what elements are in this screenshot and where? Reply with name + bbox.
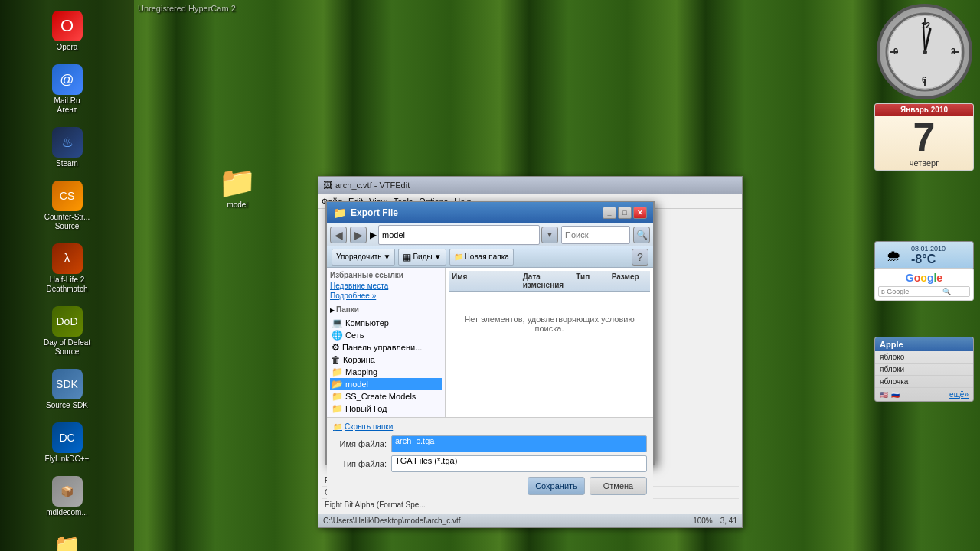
folder-label-model: model <box>345 380 368 389</box>
organize-button[interactable]: Упорядочить ▼ <box>332 249 395 266</box>
recent-places-link[interactable]: Недавние места <box>330 281 442 291</box>
apple-word-1: яблоко <box>875 351 973 364</box>
view-button[interactable]: ▦ Виды ▼ <box>398 249 446 266</box>
weather-date: 08.01.2010 <box>911 245 946 253</box>
filetype-dropdown[interactable]: TGA Files (*.tga) <box>391 455 647 472</box>
col-size: Размер <box>612 272 647 289</box>
organize-arrow: ▼ <box>384 253 391 261</box>
maximize-button[interactable]: □ <box>618 207 632 219</box>
weather-temp: -8°C <box>911 253 946 266</box>
right-content: Имя Дата изменения Тип Размер Нет элемен… <box>446 268 653 417</box>
model-icon: 📂 <box>332 379 343 390</box>
mapping-icon: 📁 <box>332 367 343 377</box>
close-button[interactable]: ✕ <box>633 207 647 219</box>
svg-point-12 <box>923 50 927 54</box>
back-button[interactable]: ◀ <box>330 227 347 243</box>
sidebar-item-dod[interactable]: DoD Day of DefeatSource <box>37 303 98 360</box>
desktop: Unregistered HyperCam 2 O Opera @ Mail.R… <box>0 0 980 551</box>
nav-toolbar: ◀ ▶ ▶ model ▼ 🔍 <box>327 223 653 246</box>
folder-item-computer[interactable]: 💻 Компьютер <box>330 317 442 329</box>
folder-item-trash[interactable]: 🗑 Корзина <box>330 354 442 366</box>
forward-button[interactable]: ▶ <box>350 227 367 243</box>
filetype-label: Тип файла: <box>333 459 387 468</box>
folder-item-controlpanel[interactable]: ⚙ Панель управлени... <box>330 341 442 354</box>
calendar-month-year: Январь 2010 <box>875 104 973 116</box>
sidebar-item-mdl[interactable]: 📦 mdldecom... <box>37 473 98 520</box>
minimize-button[interactable]: _ <box>603 207 616 219</box>
opera-label: Opera <box>57 43 78 52</box>
status-path: C:\Users\Halik\Desktop\model\arch_c.vtf <box>323 517 461 525</box>
mapping-folder-icon: 📁 <box>52 530 83 551</box>
search-input[interactable] <box>561 226 630 244</box>
favorites-title: Избранные ссылки <box>330 271 442 279</box>
sidebar-item-mail[interactable]: @ Mail.RuАгент <box>37 61 98 118</box>
export-title: Export File <box>351 207 398 218</box>
mdl-icon: 📦 <box>52 476 83 507</box>
folders-title-row: ▶ Папки <box>330 305 442 315</box>
path-dropdown-btn[interactable]: ▼ <box>541 227 558 243</box>
folder-label-newyear: Новый Год <box>345 404 387 413</box>
cancel-button[interactable]: Отмена <box>590 477 647 495</box>
status-value: 3, 41 <box>720 517 737 525</box>
hide-folders-label: Скрыть папки <box>345 422 393 431</box>
clock-face: 12 3 6 9 <box>883 10 967 94</box>
google-search-input[interactable] <box>881 288 942 295</box>
no-items-message: Нет элементов, удовлетворяющих условию п… <box>449 315 650 333</box>
sidebar-item-opera[interactable]: O Opera <box>37 8 98 55</box>
sidebar-item-fly[interactable]: DC FlyLinkDC++ <box>37 419 98 467</box>
hl2-icon: λ <box>52 243 83 274</box>
sidebar-item-hl2[interactable]: λ Half-Life 2Deathmatch <box>37 240 98 297</box>
opera-icon: O <box>52 11 83 41</box>
filename-input[interactable]: arch_c.tga <box>391 435 647 452</box>
sidebar-item-css[interactable]: CS Counter-Str...Source <box>37 178 98 234</box>
more-link[interactable]: Подробнее » <box>330 291 442 301</box>
left-panel: Избранные ссылки Недавние места Подробне… <box>327 268 446 417</box>
col-name: Имя <box>452 272 523 289</box>
sidebar-item-mapping[interactable]: 📁 Mapping <box>37 527 98 551</box>
folder-label-mapping: Mapping <box>345 367 377 377</box>
steam-label: Steam <box>56 159 78 168</box>
apple-word-2: яблоки <box>875 364 973 376</box>
folder-item-network[interactable]: 🌐 Сеть <box>330 329 442 341</box>
svg-text:3: 3 <box>951 47 956 56</box>
hide-folders-button[interactable]: 📁 Скрыть папки <box>333 422 393 431</box>
save-button[interactable]: Сохранить <box>528 477 585 495</box>
folder-list: 💻 Компьютер 🌐 Сеть ⚙ Панель управлени... <box>330 317 442 415</box>
sdk-icon: SDK <box>52 369 83 399</box>
titlebar-buttons: _ □ ✕ <box>603 207 647 219</box>
clock-widget: 12 3 6 9 <box>877 4 972 99</box>
folder-item-mapping[interactable]: 📁 Mapping <box>330 366 442 378</box>
filename-label: Имя файла: <box>333 439 387 448</box>
fly-icon: DC <box>52 422 83 453</box>
watermark: Unregistered HyperCam 2 <box>138 4 236 13</box>
computer-icon: 💻 <box>332 318 343 328</box>
hl2-label: Half-Life 2Deathmatch <box>47 276 88 294</box>
google-search-icon[interactable]: 🔍 <box>942 288 951 295</box>
apple-flags: 🇺🇸🇷🇺 ещё» <box>875 388 973 401</box>
sidebar-item-steam[interactable]: ♨ Steam <box>37 124 98 171</box>
google-widget[interactable]: Google 🔍 <box>874 268 974 301</box>
filetype-row: Тип файла: TGA Files (*.tga) <box>333 455 647 472</box>
desktop-folder-model[interactable]: 📁 model <box>218 165 256 209</box>
folder-item-ssmodels[interactable]: 📁 SS_Create Models <box>330 390 442 403</box>
folder-item-model[interactable]: 📂 model <box>330 378 442 390</box>
hide-folders-icon: 📁 <box>333 422 342 431</box>
search-button[interactable]: 🔍 <box>633 227 650 243</box>
trash-icon: 🗑 <box>332 354 341 365</box>
view-label: Виды <box>413 253 432 261</box>
taskbar-left: O Opera @ Mail.RuАгент ♨ Steam CS Counte… <box>0 0 134 551</box>
help-button[interactable]: ? <box>632 249 648 266</box>
mail-icon: @ <box>52 64 83 95</box>
sidebar-item-sdk[interactable]: SDK Source SDK <box>37 366 98 413</box>
dod-label: Day of DefeatSource <box>44 338 90 357</box>
mail-label: Mail.RuАгент <box>54 96 80 115</box>
apple-more-link[interactable]: ещё» <box>949 390 969 399</box>
folder-item-newyear[interactable]: 📁 Новый Год <box>330 403 442 415</box>
google-search-box[interactable]: 🔍 <box>878 286 970 297</box>
path-bar[interactable]: model <box>378 225 540 245</box>
mdl-label: mdldecom... <box>46 508 87 517</box>
export-icon: 📁 <box>333 207 346 219</box>
folders-collapse-icon[interactable]: ▶ <box>330 307 335 314</box>
new-folder-button[interactable]: 📁 Новая папка <box>449 249 514 266</box>
col-date: Дата изменения <box>523 272 577 289</box>
